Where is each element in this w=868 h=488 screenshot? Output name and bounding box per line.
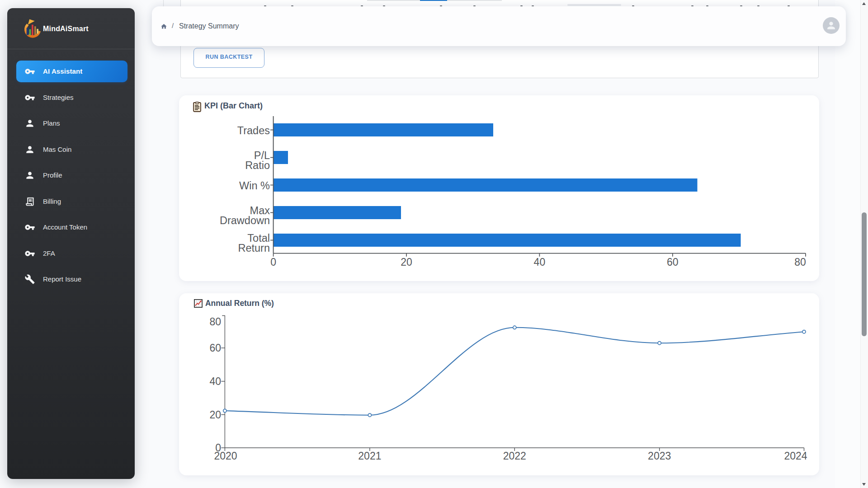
svg-text:60: 60	[209, 342, 221, 354]
svg-text:Ratio: Ratio	[245, 160, 270, 171]
svg-text:80: 80	[794, 256, 806, 268]
svg-text:60: 60	[667, 256, 679, 268]
svg-text:2021: 2021	[358, 450, 381, 462]
svg-text:20: 20	[209, 409, 221, 421]
svg-text:40: 40	[209, 375, 221, 387]
svg-text:Return: Return	[238, 242, 270, 254]
svg-text:Win %: Win %	[239, 180, 270, 192]
svg-text:2022: 2022	[503, 450, 526, 462]
svg-text:Drawdown: Drawdown	[220, 215, 270, 226]
svg-text:0: 0	[270, 256, 276, 268]
svg-text:2020: 2020	[214, 450, 237, 462]
svg-text:40: 40	[534, 256, 546, 268]
svg-text:20: 20	[401, 256, 412, 268]
svg-text:80: 80	[209, 316, 221, 328]
svg-text:Trades: Trades	[237, 125, 270, 136]
svg-text:2024: 2024	[784, 450, 807, 462]
svg-text:2023: 2023	[648, 450, 671, 462]
